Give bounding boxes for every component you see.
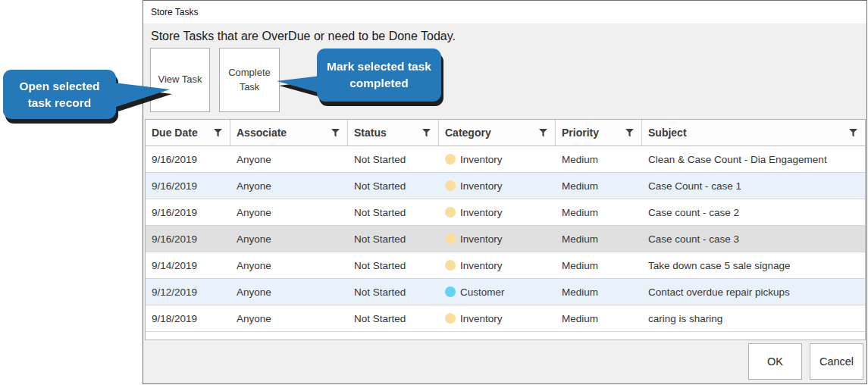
filter-funnel-icon[interactable] xyxy=(331,129,340,137)
category-dot-icon xyxy=(445,207,456,218)
column-header-category[interactable]: Category xyxy=(439,120,556,146)
category-label: Inventory xyxy=(460,233,503,245)
cell-status[interactable]: Not Started xyxy=(348,252,439,278)
cell-due-date[interactable]: 9/14/2019 xyxy=(146,252,230,278)
category-label: Inventory xyxy=(460,180,503,192)
cell-subject[interactable]: Case count - case 2 xyxy=(642,199,865,225)
filter-funnel-icon[interactable] xyxy=(539,129,547,137)
column-header-label: Subject xyxy=(648,127,687,139)
window-title: Store Tasks xyxy=(151,7,198,17)
category-dot-icon xyxy=(445,313,456,324)
callout-tail-left-arrow xyxy=(277,76,321,93)
cell-associate[interactable]: Anyone xyxy=(230,279,348,305)
callout-complete-task: Mark selected task completed xyxy=(317,49,441,102)
grid-header: Due DateAssociateStatusCategoryPriorityS… xyxy=(146,120,865,146)
dialog-subtitle: Store Tasks that are OverDue or need to … xyxy=(151,30,456,43)
filter-funnel-icon[interactable] xyxy=(849,129,857,137)
cell-associate[interactable]: Anyone xyxy=(230,146,348,172)
cell-status[interactable]: Not Started xyxy=(348,279,439,305)
category-dot-icon xyxy=(445,154,456,164)
cell-due-date[interactable]: 9/16/2019 xyxy=(146,146,230,172)
column-header-label: Due Date xyxy=(152,127,198,139)
cell-priority[interactable]: Medium xyxy=(556,252,642,278)
cell-associate[interactable]: Anyone xyxy=(230,252,348,278)
cell-category[interactable]: Inventory xyxy=(439,199,556,225)
cell-status[interactable]: Not Started xyxy=(348,305,439,331)
grid-body: 9/16/2019AnyoneNot StartedInventoryMediu… xyxy=(146,146,865,332)
cell-due-date[interactable]: 9/16/2019 xyxy=(146,226,230,252)
category-label: Inventory xyxy=(460,313,503,324)
cell-status[interactable]: Not Started xyxy=(348,199,439,225)
cell-associate[interactable]: Anyone xyxy=(230,173,348,199)
cell-status[interactable]: Not Started xyxy=(348,226,439,252)
table-row[interactable]: 9/14/2019AnyoneNot StartedInventoryMediu… xyxy=(146,252,865,279)
cell-priority[interactable]: Medium xyxy=(556,279,642,305)
column-header-label: Category xyxy=(445,127,491,139)
cell-associate[interactable]: Anyone xyxy=(230,305,348,331)
cell-associate[interactable]: Anyone xyxy=(230,199,348,225)
filter-funnel-icon[interactable] xyxy=(422,129,431,137)
category-label: Inventory xyxy=(460,207,503,218)
cell-category[interactable]: Inventory xyxy=(439,146,556,172)
complete-task-button[interactable]: Complete Task xyxy=(219,48,280,112)
table-row[interactable]: 9/16/2019AnyoneNot StartedInventoryMediu… xyxy=(146,226,865,252)
cell-category[interactable]: Inventory xyxy=(439,305,556,331)
cell-category[interactable]: Customer xyxy=(439,279,556,305)
cell-associate[interactable]: Anyone xyxy=(230,226,348,252)
cell-status[interactable]: Not Started xyxy=(348,146,439,172)
table-row[interactable]: 9/16/2019AnyoneNot StartedInventoryMediu… xyxy=(146,173,865,199)
column-header-label: Associate xyxy=(237,127,287,139)
cell-subject[interactable]: caring is sharing xyxy=(642,305,865,331)
callout-tail-right-arrow xyxy=(114,83,170,108)
cell-priority[interactable]: Medium xyxy=(556,173,642,199)
category-label: Inventory xyxy=(460,260,503,271)
cell-subject[interactable]: Contact overdue repair pickups xyxy=(642,279,865,305)
category-dot-icon xyxy=(445,233,456,244)
table-row[interactable]: 9/16/2019AnyoneNot StartedInventoryMediu… xyxy=(146,199,865,226)
filter-funnel-icon[interactable] xyxy=(625,129,634,137)
window-titlebar: Store Tasks xyxy=(143,1,866,23)
cell-subject[interactable]: Take down case 5 sale signage xyxy=(642,252,865,278)
cell-priority[interactable]: Medium xyxy=(556,305,642,331)
cell-due-date[interactable]: 9/18/2019 xyxy=(146,305,230,331)
cell-category[interactable]: Inventory xyxy=(439,226,556,252)
dialog-footer: OK Cancel xyxy=(748,343,863,380)
cell-subject[interactable]: Case count - case 3 xyxy=(642,226,865,252)
callout-open-task: Open selected task record xyxy=(3,70,116,119)
column-header-label: Status xyxy=(354,127,387,139)
category-dot-icon xyxy=(445,180,456,191)
column-header-priority[interactable]: Priority xyxy=(556,120,642,146)
column-header-subject[interactable]: Subject xyxy=(642,120,865,146)
category-label: Inventory xyxy=(460,154,503,165)
column-header-label: Priority xyxy=(562,127,599,139)
ok-button[interactable]: OK xyxy=(748,343,802,380)
callout-open-task-text: Open selected task record xyxy=(3,70,116,119)
cell-status[interactable]: Not Started xyxy=(348,173,439,199)
cell-due-date[interactable]: 9/16/2019 xyxy=(146,199,230,225)
table-row[interactable]: 9/18/2019AnyoneNot StartedInventoryMediu… xyxy=(146,305,865,332)
cell-priority[interactable]: Medium xyxy=(556,226,642,252)
column-header-status[interactable]: Status xyxy=(348,120,439,146)
cell-category[interactable]: Inventory xyxy=(439,252,556,278)
cell-due-date[interactable]: 9/16/2019 xyxy=(146,173,230,199)
tasks-grid: Due DateAssociateStatusCategoryPriorityS… xyxy=(145,119,866,340)
store-tasks-dialog: Store Tasks Store Tasks that are OverDue… xyxy=(143,0,867,384)
cell-priority[interactable]: Medium xyxy=(556,146,642,172)
column-header-due-date[interactable]: Due Date xyxy=(146,120,230,146)
callout-complete-task-text: Mark selected task completed xyxy=(317,49,441,102)
cell-subject[interactable]: Clean & Case Count - Dia Engagement xyxy=(642,146,865,172)
category-label: Customer xyxy=(460,286,505,298)
column-header-associate[interactable]: Associate xyxy=(230,120,348,146)
cell-category[interactable]: Inventory xyxy=(439,173,556,199)
table-row[interactable]: 9/16/2019AnyoneNot StartedInventoryMediu… xyxy=(146,146,865,173)
cancel-button[interactable]: Cancel xyxy=(810,343,863,380)
cell-subject[interactable]: Case Count - case 1 xyxy=(642,173,865,199)
cell-priority[interactable]: Medium xyxy=(556,199,642,225)
table-row[interactable]: 9/12/2019AnyoneNot StartedCustomerMedium… xyxy=(146,279,865,305)
cell-due-date[interactable]: 9/12/2019 xyxy=(146,279,230,305)
category-dot-icon xyxy=(445,286,456,297)
category-dot-icon xyxy=(445,260,456,271)
filter-funnel-icon[interactable] xyxy=(214,129,222,137)
